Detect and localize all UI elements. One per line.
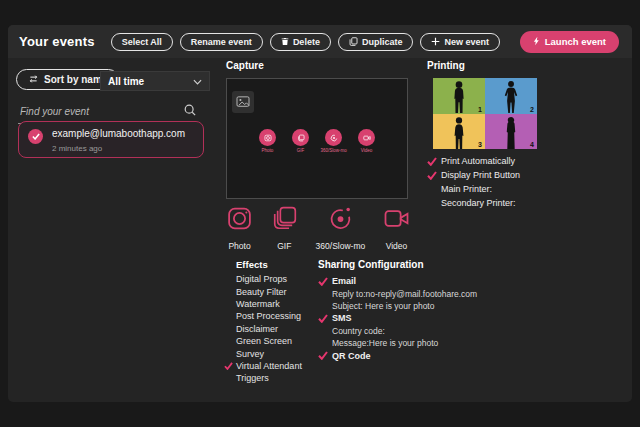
check-icon (318, 351, 332, 360)
event-selected-check-icon[interactable] (28, 129, 43, 144)
delete-button[interactable]: Delete (270, 33, 331, 51)
main-printer-label: Main Printer: (441, 184, 492, 194)
tab-gif[interactable]: GIF (271, 205, 298, 251)
secondary-printer-row[interactable]: Secondary Printer: (427, 196, 520, 210)
tab-360-label: 360/Slow-mo (316, 241, 366, 251)
print-cell-number: 3 (478, 141, 482, 148)
camera-icon (259, 129, 276, 146)
search-input[interactable] (18, 105, 184, 118)
print-layout-preview: 1 2 3 4 (433, 78, 537, 149)
tab-video[interactable]: Video (383, 205, 410, 251)
effects-item-label: Post Processing (236, 311, 301, 321)
effects-item-post-processing[interactable]: Post Processing (224, 310, 302, 322)
silhouette-man-icon (447, 80, 471, 113)
tab-photo-label: Photo (228, 241, 250, 251)
print-cell-3: 3 (433, 114, 485, 150)
sharing-qr-label: QR Code (332, 351, 371, 361)
silhouette-woman-icon (499, 80, 523, 113)
check-icon (318, 277, 332, 286)
effects-item-triggers[interactable]: Triggers (224, 372, 302, 384)
reply-to-value: no-reply@mail.footohare.com (366, 289, 478, 299)
sharing-email-toggle[interactable]: Email (318, 275, 477, 287)
duplicate-icon (349, 37, 358, 46)
chevron-down-icon (193, 76, 202, 87)
effects-item-green-screen[interactable]: Green Screen (224, 335, 302, 347)
preview-video-button[interactable]: Video (354, 129, 380, 153)
plus-icon (431, 37, 440, 46)
effects-heading: Effects (236, 259, 302, 270)
preview-photo-label: Photo (262, 148, 274, 153)
print-cell-number: 2 (530, 106, 534, 113)
gif-mode-icon (271, 205, 298, 236)
video-camera-icon (358, 129, 375, 146)
launch-event-button[interactable]: Launch event (520, 31, 619, 53)
print-cell-2: 2 (485, 78, 537, 114)
duplicate-label: Duplicate (362, 37, 403, 47)
effects-item-label: Watermark (236, 299, 280, 309)
capture-heading: Capture (226, 60, 264, 71)
rename-event-label: Rename event (191, 37, 252, 47)
subject-value: Here is your photo (365, 301, 434, 311)
page-title: Your events (19, 34, 95, 49)
select-all-button[interactable]: Select All (111, 33, 173, 51)
preview-mode-buttons: Photo GIF 360/Slow-mo (227, 129, 407, 153)
sharing-sms-toggle[interactable]: SMS (318, 312, 477, 324)
print-cell-number: 4 (530, 141, 534, 148)
event-list-item[interactable]: example@lumaboothapp.com 2 minutes ago (18, 121, 204, 158)
new-event-button[interactable]: New event (420, 33, 500, 51)
sharing-qr-toggle[interactable]: QR Code (318, 349, 477, 361)
effects-item-survey[interactable]: Survey (224, 347, 302, 359)
effects-item-beauty-filter[interactable]: Beauty Filter (224, 285, 302, 297)
effects-item-digital-props[interactable]: Digital Props (224, 273, 302, 285)
effects-item-label: Digital Props (236, 274, 287, 284)
effects-item-watermark[interactable]: Watermark (224, 298, 302, 310)
toolbar: Your events Select All Rename event Dele… (8, 25, 632, 58)
tab-360-slow-mo[interactable]: 360/Slow-mo (316, 205, 366, 251)
display-print-button-toggle[interactable]: Display Print Button (427, 168, 520, 182)
preview-gif-label: GIF (297, 148, 305, 153)
duplicate-button[interactable]: Duplicate (338, 33, 414, 51)
effects-item-label: Disclaimer (236, 324, 278, 334)
app-window: Your events Select All Rename event Dele… (8, 25, 632, 402)
message-value: Here is your photo (369, 338, 438, 348)
video-mode-icon (383, 205, 410, 236)
effects-item-label: Beauty Filter (236, 287, 287, 297)
effects-item-disclaimer[interactable]: Disclaimer (224, 323, 302, 335)
effects-item-virtual-attendant[interactable]: Virtual Attendant (224, 360, 302, 372)
sharing-email-label: Email (332, 276, 356, 286)
print-automatically-toggle[interactable]: Print Automatically (427, 154, 520, 168)
print-cell-4: 4 (485, 114, 537, 150)
secondary-printer-label: Secondary Printer: (441, 198, 516, 208)
time-filter-select[interactable]: All time (100, 71, 210, 91)
effects-item-label: Triggers (236, 373, 269, 383)
preview-video-label: Video (361, 148, 372, 153)
sharing-sms-message: Message: Here is your photo (332, 337, 477, 349)
sharing-heading: Sharing Configuration (318, 259, 477, 270)
search-icon[interactable] (184, 102, 196, 120)
effects-section: Effects Digital Props Beauty Filter Wate… (224, 259, 302, 385)
sharing-email-reply-to: Reply to: no-reply@mail.footohare.com (332, 287, 477, 299)
tab-gif-label: GIF (277, 241, 291, 251)
main-printer-row[interactable]: Main Printer: (427, 182, 520, 196)
preview-photo-button[interactable]: Photo (255, 129, 281, 153)
reply-to-label: Reply to: (332, 289, 366, 299)
tab-video-label: Video (386, 241, 408, 251)
silhouette-woman-icon (499, 116, 523, 149)
sort-by-name-label: Sort by name (44, 74, 107, 85)
capture-preview: Photo GIF 360/Slow-mo (226, 78, 408, 199)
spin-mode-icon (327, 205, 354, 236)
subject-label: Subject: (332, 301, 365, 311)
check-icon (427, 157, 441, 166)
tab-photo[interactable]: Photo (226, 205, 253, 251)
message-label: Message: (332, 338, 369, 348)
preview-360-button[interactable]: 360/Slow-mo (321, 129, 347, 153)
check-icon (427, 171, 441, 180)
printing-options: Print Automatically Display Print Button… (427, 154, 520, 210)
printing-heading: Printing (427, 60, 465, 71)
print-automatically-label: Print Automatically (441, 156, 515, 166)
country-code-label: Country code: (332, 326, 385, 336)
display-print-button-label: Display Print Button (441, 170, 520, 180)
rename-event-button[interactable]: Rename event (180, 33, 263, 51)
effects-item-label: Green Screen (236, 336, 292, 346)
preview-gif-button[interactable]: GIF (288, 129, 314, 153)
